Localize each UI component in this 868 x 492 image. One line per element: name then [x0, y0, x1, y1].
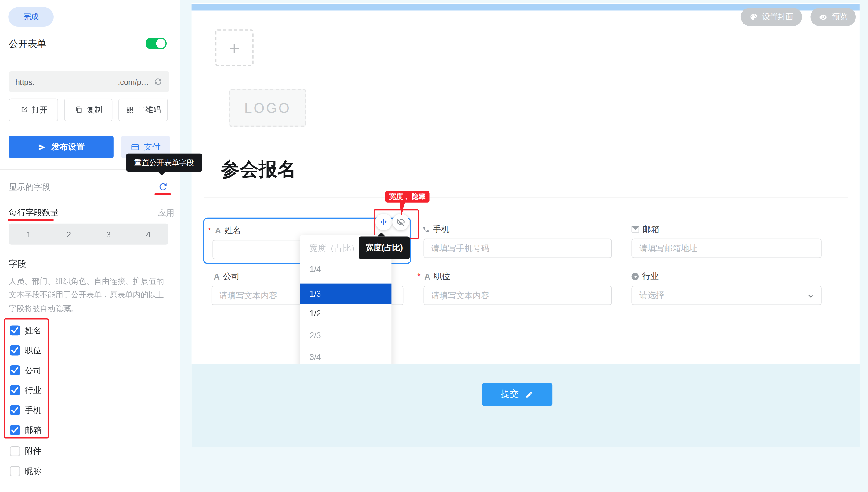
red-annotation-bubble: 宽度 、隐藏 [385, 191, 429, 203]
palette-icon [750, 13, 758, 21]
toggle-knob [156, 39, 166, 48]
dropdown-option-3-4[interactable]: 3/4 [300, 352, 391, 362]
card-icon [131, 143, 140, 151]
done-button-label: 完成 [23, 12, 39, 22]
done-button[interactable]: 完成 [8, 7, 54, 27]
field-label-text: 公司 [223, 271, 240, 281]
publish-settings-label: 发布设置 [52, 142, 85, 152]
field-label-text: 职位 [434, 271, 450, 281]
per-row-option-3[interactable]: 3 [89, 224, 128, 245]
add-cover-placeholder[interactable]: + [216, 29, 254, 66]
industry-select-placeholder: 请选择 [639, 290, 664, 300]
red-underline-annotation [8, 219, 54, 221]
field-label-mobile: 手机 [422, 224, 450, 235]
dropdown-option-1-2[interactable]: 1/2 [300, 308, 391, 318]
qrcode-icon [125, 106, 134, 114]
text-type-icon: A [214, 272, 220, 281]
qrcode-button-label: 二维码 [138, 105, 161, 115]
copy-icon [74, 106, 83, 114]
url-suffix: .com/p… [118, 77, 149, 86]
url-scheme: https: [16, 77, 34, 86]
reset-fields-tooltip: 重置公开表单字段 [126, 153, 202, 172]
send-icon [38, 143, 46, 151]
publish-settings-button[interactable]: 发布设置 [9, 136, 114, 158]
eye-icon [819, 13, 828, 21]
width-ratio-tooltip: 宽度(占比) [358, 236, 410, 259]
field-label-name: * A 姓名 [208, 225, 241, 235]
per-row-option-1[interactable]: 1 [9, 224, 49, 245]
text-type-icon: A [215, 225, 221, 235]
submit-button[interactable]: 提交 [481, 383, 552, 405]
dropdown-option-2-3[interactable]: 2/3 [300, 330, 391, 340]
form-title: 参会报名 [221, 156, 296, 182]
reset-fields-icon[interactable] [156, 180, 169, 193]
preview-button[interactable]: 预览 [810, 8, 856, 26]
fields-section-header: 字段 [9, 259, 26, 270]
field-label-email: 邮箱 [632, 224, 660, 235]
checkbox-unchecked-icon [10, 466, 20, 476]
copy-button-label: 复制 [87, 105, 102, 115]
red-annotation-text: 宽度 、隐藏 [389, 192, 426, 201]
pay-button-label: 支付 [144, 142, 160, 152]
per-row-option-2[interactable]: 2 [49, 224, 89, 245]
plus-icon: + [229, 37, 240, 58]
logo-placeholder-text: LOGO [245, 100, 291, 116]
public-form-toggle[interactable] [146, 38, 167, 49]
public-form-label: 公开表单 [9, 38, 46, 50]
select-type-icon [632, 273, 639, 280]
required-asterisk: * [208, 226, 211, 234]
dropdown-option-1-4[interactable]: 1/4 [300, 264, 391, 273]
fields-note: 人员、部门、组织角色、自由连接、扩展值的文本字段不能用于公开表单，原表单内的以上… [9, 275, 170, 315]
required-asterisk: * [418, 272, 421, 280]
checkbox-unchecked-icon [10, 446, 20, 456]
submit-button-label: 提交 [501, 389, 519, 400]
field-checkbox-nickname[interactable]: 昵称 [10, 466, 121, 476]
title-divider [204, 198, 848, 198]
phone-icon [422, 225, 430, 233]
fields-per-row-label: 每行字段数量 [9, 207, 58, 218]
qrcode-button[interactable]: 二维码 [118, 99, 168, 121]
industry-select[interactable]: 请选择 [632, 286, 822, 305]
copy-button[interactable]: 复制 [64, 99, 112, 121]
field-label-text: 姓名 [224, 225, 241, 235]
set-cover-label: 设置封面 [762, 12, 794, 22]
open-button-label: 打开 [32, 105, 47, 115]
field-label-position: * A 职位 [418, 271, 450, 281]
field-checkbox-attachment[interactable]: 附件 [10, 446, 121, 456]
width-ratio-tooltip-text: 宽度(占比) [365, 242, 403, 253]
url-refresh-icon[interactable] [153, 77, 163, 87]
position-input[interactable] [424, 286, 612, 305]
apply-button[interactable]: 应用 [158, 208, 174, 219]
reset-fields-tooltip-text: 重置公开表单字段 [134, 157, 194, 168]
dropdown-option-1-3-selected[interactable]: 1/3 [300, 284, 391, 304]
red-rect-annotation [4, 318, 49, 439]
set-cover-button[interactable]: 设置封面 [741, 8, 802, 26]
open-button[interactable]: 打开 [9, 99, 58, 121]
checkbox-label: 昵称 [25, 466, 42, 476]
mail-icon [632, 226, 639, 232]
app-root: 完成 公开表单 https: .com/p… 打开 复制 二维码 发布设置 [0, 0, 868, 492]
field-label-company: A 公司 [214, 271, 240, 281]
dropdown-header: 宽度（占比） [309, 243, 359, 253]
chevron-down-icon [807, 292, 815, 300]
tooltip-arrow [377, 232, 385, 237]
preview-label: 预览 [832, 12, 847, 22]
pencil-icon [525, 391, 533, 398]
field-label-text: 手机 [433, 224, 449, 235]
field-label-industry: 行业 [632, 271, 659, 281]
checkbox-label: 附件 [25, 446, 42, 456]
field-label-text: 邮箱 [643, 224, 659, 235]
email-input[interactable] [632, 239, 822, 258]
fields-per-row-segment: 1 2 3 4 [9, 224, 168, 245]
external-link-icon [20, 106, 28, 114]
per-row-option-4[interactable]: 4 [128, 224, 169, 245]
logo-placeholder[interactable]: LOGO [229, 89, 306, 127]
form-canvas: 设置封面 预览 + LOGO 参会报名 手机 邮箱 A 公司 [192, 3, 860, 364]
text-type-icon: A [424, 272, 430, 281]
field-label-text: 行业 [642, 271, 659, 281]
shown-fields-label: 显示的字段 [9, 182, 50, 193]
mobile-input[interactable] [424, 239, 612, 258]
red-underline-annotation [154, 193, 171, 195]
public-url-field[interactable]: https: .com/p… [9, 71, 169, 92]
sidebar: 完成 公开表单 https: .com/p… 打开 复制 二维码 发布设置 [0, 0, 180, 492]
